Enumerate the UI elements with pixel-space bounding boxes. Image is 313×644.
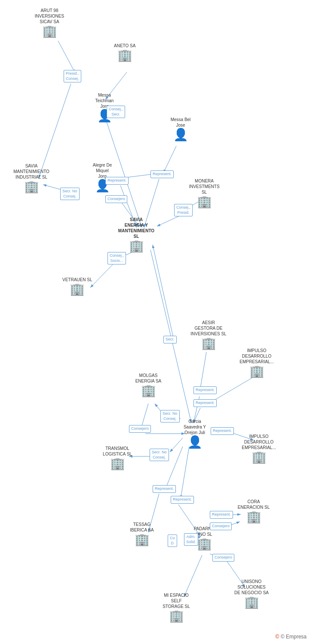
node-arut98: ARUT 98 INVERSIONES SICAV SA 🏢 (30, 8, 69, 37)
badge-co-d[interactable]: CoD (168, 535, 177, 547)
badge-represent8[interactable]: Represent. (210, 511, 233, 519)
badge-consejero1[interactable]: Consejero (105, 195, 127, 203)
badge-presid-consej[interactable]: Presid.,Consej. (64, 70, 81, 82)
icon-molgas: 🏢 (141, 385, 156, 397)
badge-consej-presid[interactable]: Consej.,Presid. (174, 204, 193, 216)
icon-monera: 🏢 (197, 196, 212, 208)
icon-impulso2: 🏢 (252, 451, 267, 463)
icon-padarno: 🏢 (197, 538, 212, 550)
badge-adm-solid[interactable]: Adm.Solid. (184, 533, 198, 546)
icon-garcia: 👤 (187, 436, 203, 448)
svg-line-19 (200, 352, 206, 391)
label-garcia: GarciaSaavedra YOrejon Juli (175, 419, 214, 435)
icon-savia-mantenimiento: 🏢 (24, 181, 39, 193)
badge-secr-no-consej3[interactable]: Secr. NoConsej. (150, 449, 169, 461)
label-molgas: MOLGASENERGIA SA (129, 373, 168, 384)
icon-vetrauen: 🏢 (70, 283, 85, 295)
badge-secr-no-consej1[interactable]: Secr. NoConsej. (60, 188, 80, 200)
icon-savia-energia: 🏢 (129, 240, 144, 252)
graph-container: ARUT 98 INVERSIONES SICAV SA 🏢 ANETO SA … (0, 0, 313, 644)
badge-secr-no-consej2[interactable]: Secr. NoConsej. (160, 410, 180, 422)
node-garcia: GarciaSaavedra YOrejon Juli 👤 (175, 419, 214, 448)
node-cora: CORAENERACION SL 🏢 (234, 499, 273, 523)
badge-represent1[interactable]: Represent. (105, 177, 129, 185)
label-savia-energia: SAVIAENERGIA YMANTENIMIENTO SL (117, 217, 156, 239)
icon-messa-bel: 👤 (173, 129, 188, 141)
badge-represent6[interactable]: Represent. (153, 485, 176, 493)
badge-represent7[interactable]: Represent. (171, 496, 194, 504)
watermark-copy: © (276, 634, 279, 640)
svg-line-32 (181, 447, 189, 499)
label-monera: MONERAINVESTMENTSSL (185, 178, 224, 195)
badge-consejero2[interactable]: Consejero (129, 425, 151, 433)
node-unisono: UNISONOSOLUCIONESDE NEGOCIO SA 🏢 (232, 579, 271, 608)
icon-arut98: 🏢 (42, 25, 57, 37)
svg-line-8 (163, 146, 176, 173)
node-aesir: AESIRGESTORA DEINVERSIONES SL 🏢 (189, 320, 228, 349)
svg-line-1 (58, 41, 75, 73)
label-cora: CORAENERACION SL (234, 499, 273, 510)
node-monera: MONERAINVESTMENTSSL 🏢 (185, 178, 224, 208)
watermark-text: © Empresa (281, 634, 307, 640)
label-vetrauen: VETRAUEN SL (62, 277, 92, 283)
label-impulso1: IMPULSODESARROLLOEMPRESARIAL... (237, 348, 276, 365)
node-impulso2: IMPULSODESARROLLOEMPRESARIAL... 🏢 (239, 434, 278, 463)
node-molgas: MOLGASENERGIA SA 🏢 (129, 373, 168, 397)
badge-consejero3[interactable]: Consejero (210, 522, 232, 530)
label-messa-bel: Messa BelJose (161, 117, 200, 128)
node-aneto: ANETO SA 🏢 (114, 43, 135, 61)
icon-aesir: 🏢 (201, 337, 216, 349)
label-impulso2: IMPULSODESARROLLOEMPRESARIAL... (239, 434, 278, 450)
label-miespacio: MI ESPACIOSELFSTORAGE SL (157, 592, 196, 609)
icon-tessag: 🏢 (135, 534, 150, 546)
badge-consejero4[interactable]: Consejero (212, 554, 234, 562)
label-unisono: UNISONOSOLUCIONESDE NEGOCIO SA (232, 579, 271, 595)
watermark: © © Empresa (276, 634, 307, 640)
label-aneto: ANETO SA (114, 43, 135, 49)
node-transmol: TRANSMOLLOGISTICA SL 🏢 (98, 446, 137, 470)
label-tessag: TESSAGIBERICA SA (123, 522, 161, 533)
badge-represent2[interactable]: Represent. (150, 170, 174, 178)
badge-consej-secr[interactable]: Consej.,Secr. (107, 106, 125, 118)
label-transmol: TRANSMOLLOGISTICA SL (98, 446, 137, 457)
icon-impulso1: 🏢 (249, 365, 264, 377)
badge-secr[interactable]: Secr. (163, 336, 177, 343)
node-miespacio: MI ESPACIOSELFSTORAGE SL 🏢 (157, 592, 196, 622)
badge-represent3[interactable]: Represent. (193, 386, 217, 394)
badge-consej-socio[interactable]: Consej.,Socio... (107, 252, 126, 264)
icon-transmol: 🏢 (110, 458, 125, 470)
badge-represent4[interactable]: Represent. (193, 399, 217, 407)
label-aesir: AESIRGESTORA DEINVERSIONES SL (189, 320, 228, 337)
svg-line-16 (90, 262, 115, 288)
node-impulso1: IMPULSODESARROLLOEMPRESARIAL... 🏢 (237, 348, 276, 377)
icon-miespacio: 🏢 (169, 610, 184, 622)
icon-unisono: 🏢 (244, 596, 259, 608)
icon-aneto: 🏢 (117, 49, 132, 61)
badge-represent5[interactable]: Represent. (211, 427, 234, 435)
svg-line-38 (184, 555, 202, 597)
node-savia-mantenimiento: SAVIAMANTENIMIENTOINDUSTRIAL SL 🏢 (12, 163, 51, 193)
label-arut98: ARUT 98 INVERSIONES SICAV SA (30, 8, 69, 24)
node-tessag: TESSAGIBERICA SA 🏢 (123, 522, 161, 546)
node-savia-energia: SAVIAENERGIA YMANTENIMIENTO SL 🏢 (117, 217, 156, 252)
svg-line-18 (153, 245, 174, 341)
node-vetrauen: VETRAUEN SL 🏢 (62, 277, 92, 295)
label-savia-mantenimiento: SAVIAMANTENIMIENTOINDUSTRIAL SL (12, 163, 51, 180)
icon-cora: 🏢 (246, 511, 261, 523)
node-messa-bel: Messa BelJose 👤 (161, 117, 200, 141)
